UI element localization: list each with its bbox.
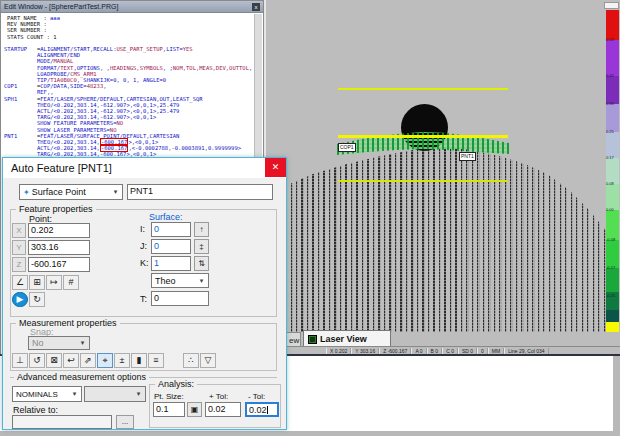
colorbar-tick-label: 0.00 [606, 208, 614, 212]
laser-stripe-line-top [338, 88, 508, 90]
colorbar-segment [606, 240, 619, 268]
colorbar: 0.500.420.330.250.170.080.00-0.08-0.17-0… [606, 10, 619, 332]
laser-view-tab-label: Laser View [320, 334, 367, 344]
plus-tol-label: + Tol: [209, 392, 228, 401]
axis-button-x[interactable]: X [12, 223, 26, 238]
chevron-down-icon: ▾ [68, 390, 81, 398]
right-frame-edge [613, 356, 620, 436]
status-field-b: B 0 [427, 348, 443, 354]
level-icon[interactable]: ± [114, 353, 130, 368]
x-coordinate-input[interactable]: 0.202 [28, 223, 90, 238]
laser-view-panel[interactable]: COP1 PNT1 0.500.420.330.250.170.080.00-0… [264, 0, 620, 355]
rotate-icon[interactable]: ↺ [29, 353, 45, 368]
plus-tol-input[interactable]: 0.02 [205, 402, 241, 417]
colorbar-segment [606, 10, 619, 40]
swap-direction-icon[interactable]: ⇅ [194, 256, 209, 271]
z-coordinate-input[interactable]: -600.167 [28, 257, 90, 272]
filter-icon[interactable]: ▽ [200, 353, 216, 368]
align-axis-icon[interactable]: ‡ [194, 239, 209, 254]
cop-label: COP1 [338, 143, 356, 152]
find-nominals-icon[interactable]: ⊞ [29, 275, 45, 290]
chevron-down-icon: ▾ [195, 277, 208, 285]
move-to-point-icon[interactable]: ↦ [46, 275, 62, 290]
ijk-label: K: [140, 258, 149, 268]
colorbar-tick-label: -0.08 [606, 238, 615, 242]
pick-vector-icon[interactable]: ∠ [12, 275, 28, 290]
status-bar: X 0.202Y 303.16Z -600.167A 0B 0C 0SD 00M… [264, 347, 620, 354]
status-field-c: C 0 [442, 348, 458, 354]
pt-size-input[interactable]: 0.1 [153, 402, 185, 417]
dialog-close-icon[interactable]: ✕ [265, 158, 286, 177]
j-vector-input[interactable]: 0 [151, 239, 191, 254]
colorbar-segment [606, 310, 619, 322]
target-center-icon[interactable]: ⌖ [97, 353, 113, 368]
point-path-icon[interactable]: ∴ [183, 353, 199, 368]
pointcloud-dome [285, 146, 607, 332]
tab-hidden-view[interactable]: ew [286, 332, 301, 347]
snap-select[interactable]: No ▾ [28, 336, 90, 350]
axis-button-z[interactable]: Z [12, 257, 26, 272]
dialog-title: Auto Feature [PNT1] [11, 162, 112, 174]
laser-stripe-line-bottom [338, 180, 508, 182]
view-tabbar: ew Laser View [264, 330, 620, 347]
regenerate-button[interactable]: ↻ [29, 292, 45, 307]
edit-window-titlebar[interactable]: Edit Window - [SpherePartTest.PRG] x [1, 1, 263, 13]
axis-button-y[interactable]: Y [12, 240, 26, 255]
status-field-y: Y 303.16 [351, 348, 379, 354]
laser-stripe-line-middle [338, 135, 508, 138]
minus-tol-value: 0.02 [249, 405, 267, 415]
colorbar-segment [606, 268, 619, 292]
grid-icon[interactable]: # [63, 275, 79, 290]
colorbar-segment [606, 40, 619, 76]
t-input[interactable]: 0 [151, 291, 209, 306]
snap-value: No [32, 338, 44, 348]
nominals-value: NOMINALS [16, 390, 58, 399]
t-label: T: [140, 294, 147, 304]
colorbar-segment [606, 210, 619, 240]
feature-icons-row1: ∠⊞↦# [12, 275, 79, 290]
auto-feature-dialog: Auto Feature [PNT1] ✕ ✦ Surface Point ▾ … [2, 157, 287, 430]
browse-button[interactable]: ... [116, 415, 134, 429]
app-window: Edit Window - [SpherePartTest.PRG] x PAR… [0, 0, 620, 436]
minus-tol-input[interactable]: 0.02 [245, 402, 279, 417]
gage-view-icon[interactable]: ▣ [187, 402, 202, 417]
colorbar-tick-label: 0.50 [606, 38, 614, 42]
test-play-button[interactable]: ▶ [12, 292, 28, 307]
status-field-a: A 0 [411, 348, 426, 354]
status-field-x: X 0.202 [326, 348, 351, 354]
y-coordinate-input[interactable]: 303.16 [28, 240, 90, 255]
chevron-down-icon: ▾ [76, 339, 89, 347]
status-field: 0 [477, 348, 488, 354]
colorbar-tick-label: 0.17 [606, 156, 614, 160]
edit-window-close-icon[interactable]: x [252, 3, 260, 11]
bottom-frame-edge [0, 431, 620, 436]
i-vector-input[interactable]: 0 [151, 222, 191, 237]
tab-laser-view[interactable]: Laser View [303, 330, 391, 347]
box-select-icon[interactable]: ⊠ [46, 353, 62, 368]
touch-point-icon[interactable]: ⊥ [12, 353, 28, 368]
measurement-icons-row: ⊥↺⊠↩⇗⌖±▮≡∴▽ [12, 353, 216, 368]
chevron-down-icon: ▾ [109, 188, 122, 196]
relative-to-input[interactable] [12, 415, 112, 429]
feature-icons-row2: ▶↻ [12, 292, 45, 307]
dialog-titlebar[interactable]: Auto Feature [PNT1] ✕ [3, 158, 286, 178]
feature-type-select[interactable]: ✦ Surface Point ▾ [19, 184, 123, 200]
flip-vector-icon[interactable]: ↑ [194, 222, 209, 237]
k-vector-input[interactable]: 1 [151, 256, 191, 271]
pnt-label: PNT1 [459, 152, 476, 161]
secondary-select[interactable]: ▾ [84, 386, 146, 402]
undo-path-icon[interactable]: ↩ [63, 353, 79, 368]
feature-name-input[interactable]: PNT1 [127, 184, 273, 200]
theo-select[interactable]: Theo ▾ [151, 273, 209, 288]
jump-move-icon[interactable]: ⇗ [80, 353, 96, 368]
status-field-sd: SD 0 [458, 348, 477, 354]
chevron-down-icon: ▾ [132, 390, 145, 398]
analysis-legend: Analysis: [155, 379, 197, 389]
status-field-z: Z -600.167 [379, 348, 411, 354]
offset-icon[interactable]: ▮ [131, 353, 147, 368]
nominals-select[interactable]: NOMINALS ▾ [12, 386, 82, 402]
colorbar-tick-label: 0.42 [606, 74, 614, 78]
scan-lines-icon[interactable]: ≡ [148, 353, 164, 368]
text-caret [267, 406, 268, 414]
colorbar-tick-label: -0.25 [606, 294, 615, 298]
